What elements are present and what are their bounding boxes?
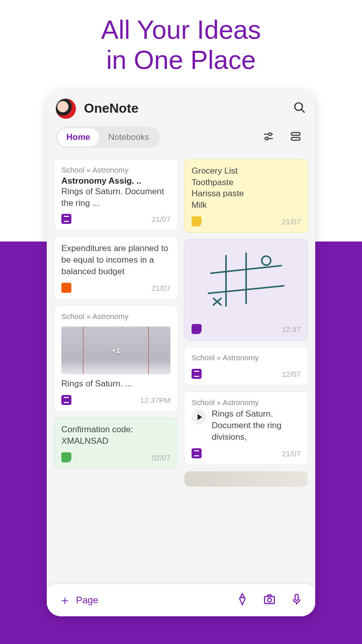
hero-line2: in One Place [106,45,256,74]
note-body: Confirmation code: XMALNSAD [61,424,170,447]
note-type-icon [192,324,202,334]
breadcrumb: School » Astronomy [61,312,170,320]
note-card[interactable]: Grocery List Toothpaste Harissa paste Mi… [184,159,308,233]
note-date: 21/07 [151,284,170,292]
new-page-label: Page [76,595,98,606]
note-date: 02/07 [151,453,170,462]
svg-point-15 [267,598,272,602]
breadcrumb: School » Astronomy [61,166,170,174]
note-type-icon [61,452,71,462]
tab-home[interactable]: Home [57,128,99,146]
app-title: OneNote [84,101,285,116]
note-card[interactable] [184,471,308,487]
svg-point-3 [269,133,272,135]
note-date: 12/07 [282,370,301,378]
note-thumbnail: +1 [61,327,170,374]
note-body: Rings of Saturn. ... [61,378,170,390]
note-thumbnail [185,471,308,487]
note-card[interactable]: School » Astronomy Astronomy Assig. .. R… [54,159,178,231]
filter-icon[interactable] [258,128,279,147]
note-card[interactable]: 12:37 [184,239,308,341]
note-type-icon [192,448,202,458]
bottom-toolbar: ＋ Page [47,584,315,616]
note-date: 12.37PM [140,396,170,405]
camera-icon[interactable] [263,593,276,608]
play-button[interactable] [192,410,207,425]
avatar[interactable] [56,99,76,119]
note-type-icon [192,369,202,379]
note-type-icon [61,214,71,224]
note-card[interactable]: Expenditures are planned to be equal to … [54,236,178,299]
note-card[interactable]: School » Astronomy Rings of Saturn. Docu… [184,391,308,465]
tab-bar: Home Notebooks [47,124,315,155]
plus-icon: ＋ [59,592,71,608]
view-toggle-icon[interactable] [285,128,306,147]
svg-point-12 [262,256,271,265]
note-card[interactable]: School » Astronomy +1 Rings of Saturn. .… [54,305,178,412]
pen-icon[interactable] [236,593,249,608]
breadcrumb: School » Astronomy [192,353,301,362]
note-body: Rings of Saturn. Document the ring ... [61,186,170,209]
note-date: 12:37 [282,325,301,334]
tab-notebooks[interactable]: Notebooks [99,128,158,146]
note-card[interactable]: School » Astronomy 12/07 [184,347,308,385]
note-type-icon [192,216,202,226]
svg-line-1 [301,109,305,113]
note-body: Expenditures are planned to be equal to … [61,243,170,278]
sketch-thumbnail [192,246,301,316]
note-date: 21/07 [282,449,301,458]
svg-point-0 [295,103,302,110]
note-date: 21/07 [151,215,170,223]
note-body: Rings of Saturn. Document the ring divis… [212,409,301,443]
svg-rect-16 [295,594,299,600]
thumbnail-count-badge: +1 [112,346,120,355]
svg-rect-7 [291,137,300,140]
notes-grid: School » Astronomy Astronomy Assig. .. R… [47,155,315,616]
hero-heading: All Your Ideas in One Place [0,0,362,86]
topbar: OneNote [47,91,315,124]
note-card[interactable]: Confirmation code: XMALNSAD 02/07 [54,418,178,469]
search-icon[interactable] [293,101,306,116]
svg-point-5 [265,137,268,139]
tab-group: Home Notebooks [56,127,160,148]
note-date: 21/07 [282,217,301,226]
svg-rect-14 [264,596,275,603]
note-body: Grocery List Toothpaste Harissa paste Mi… [192,166,301,212]
microphone-icon[interactable] [290,593,303,608]
hero-line1: All Your Ideas [101,15,261,44]
note-title: Astronomy Assig. .. [61,176,170,186]
note-type-icon [61,395,71,405]
note-type-icon [61,283,71,293]
svg-rect-6 [291,132,300,135]
breadcrumb: School » Astronomy [192,398,301,407]
new-page-button[interactable]: ＋ Page [59,592,222,608]
phone-frame: OneNote Home Notebooks School » Astronom… [47,91,315,616]
